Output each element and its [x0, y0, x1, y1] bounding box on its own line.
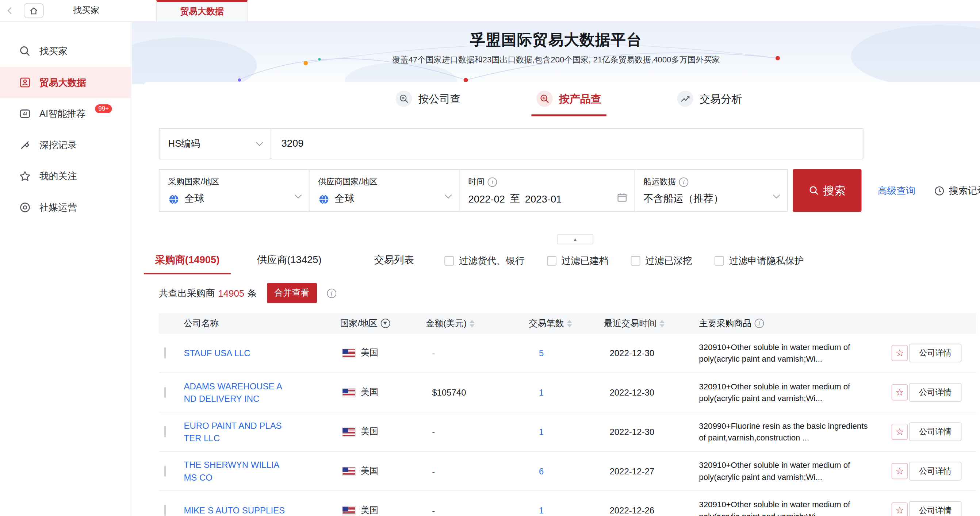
sidebar-item-label: 我的关注	[40, 170, 77, 183]
star-cell: ☆	[880, 424, 909, 440]
filter-row: 采购国家/地区 全球 供应商国家/地区	[159, 169, 980, 212]
info-icon[interactable]: i	[679, 177, 689, 186]
time-range-filter[interactable]: 时间 i 2022-02 至 2023-01	[460, 170, 635, 211]
company-detail-button[interactable]: 公司详情	[909, 422, 962, 441]
tab-suppliers[interactable]: 供应商(13425)	[246, 247, 332, 274]
checkbox-filter-forwarders-banks[interactable]: 过滤货代、银行	[444, 255, 524, 267]
country-label: 美国	[361, 387, 378, 398]
products-cell: 320910+Other soluble in water medium of …	[699, 341, 880, 365]
tab-search-by-product[interactable]: 按产品查	[531, 86, 606, 116]
search-button[interactable]: 搜索	[793, 169, 861, 212]
country-filter-icon[interactable]	[381, 319, 390, 328]
filter-checkbox-group: 过滤货代、银行 过滤已建档 过滤已深挖 过滤申请隐私保护	[444, 247, 804, 274]
checkbox[interactable]	[444, 256, 454, 265]
analysis-icon	[677, 90, 694, 107]
sidebar-item-label: 深挖记录	[40, 139, 77, 151]
row-checkbox-cell	[159, 348, 184, 358]
sidebar-item-trade-data[interactable]: 贸易大数据	[0, 67, 131, 98]
tab-trade-analysis[interactable]: 交易分析	[672, 86, 747, 116]
search-input[interactable]	[270, 128, 863, 159]
products-text: 320910+Other soluble in water medium of …	[699, 380, 876, 405]
favorite-button[interactable]: ☆	[892, 384, 908, 401]
buyer-country-filter[interactable]: 采购国家/地区 全球	[159, 170, 310, 211]
company-link[interactable]: THE SHERWYN WILLIAMS CO	[184, 460, 279, 483]
shipping-data-filter[interactable]: 船运数据 i 不含船运（推荐）	[635, 170, 787, 211]
sidebar-item-label: 找买家	[40, 45, 68, 57]
row-checkbox[interactable]	[164, 348, 165, 359]
table-row: MIKE S AUTO SUPPLIES 美国 - 1 2022-12-26 3…	[159, 491, 976, 516]
header-last-date: 最近交易时间	[604, 318, 699, 329]
app-root: 找买家 贸易大数据 找买家 贸易大数据 AI AI智能推荐 99+	[0, 0, 980, 516]
table-row: EURO PAINT AND PLASTER LLC 美国 - 1 2022-1…	[159, 412, 976, 452]
info-icon[interactable]: i	[755, 319, 764, 328]
tab-transactions[interactable]: 交易列表	[363, 247, 425, 274]
checkbox-filter-archived[interactable]: 过滤已建档	[547, 255, 608, 267]
company-cell: STAUF USA LLC	[184, 347, 340, 359]
search-card: 按公司查 按产品查 交易分析 HS编码	[144, 82, 980, 516]
collapse-panel-button[interactable]: ▲	[557, 234, 593, 244]
company-link[interactable]: EURO PAINT AND PLASTER LLC	[184, 421, 282, 443]
company-link[interactable]: STAUF USA LLC	[184, 348, 250, 357]
topbar-tab-find-buyer[interactable]: 找买家	[44, 0, 129, 21]
checkbox[interactable]	[547, 256, 557, 265]
back-button[interactable]	[0, 0, 20, 21]
deals-link[interactable]: 5	[539, 348, 544, 358]
company-detail-button[interactable]: 公司详情	[909, 383, 962, 402]
svg-text:AI: AI	[23, 111, 27, 116]
country-cell: 美国	[340, 505, 426, 516]
last-date-cell: 2022-12-30	[604, 348, 699, 358]
deals-link[interactable]: 1	[539, 387, 544, 397]
info-icon[interactable]: i	[488, 177, 497, 186]
time-to[interactable]: 2023-01	[525, 194, 562, 205]
checkbox[interactable]	[631, 256, 640, 265]
favorite-button[interactable]: ☆	[892, 424, 908, 440]
deals-link[interactable]: 6	[539, 466, 544, 476]
company-detail-button[interactable]: 公司详情	[909, 501, 962, 516]
time-from[interactable]: 2022-02	[468, 194, 505, 205]
checkbox-filter-deep-dug[interactable]: 过滤已深挖	[631, 255, 692, 267]
deals-link[interactable]: 1	[539, 505, 544, 515]
star-icon: ☆	[895, 466, 904, 477]
favorite-button[interactable]: ☆	[892, 502, 908, 516]
company-link[interactable]: ADAMS WAREHOUSE AND DELIVERY INC	[184, 381, 282, 403]
sidebar-item-ai-recommend[interactable]: AI AI智能推荐 99+	[0, 98, 131, 130]
checkbox[interactable]	[714, 256, 724, 265]
table-row: THE SHERWYN WILLIAMS CO 美国 - 6 2022-12-2…	[159, 452, 976, 491]
advanced-search-link[interactable]: 高级查询	[878, 169, 915, 212]
tab-search-by-company[interactable]: 按公司查	[391, 86, 466, 116]
company-search-icon	[396, 90, 412, 107]
search-history-link[interactable]: 搜索记录	[934, 169, 980, 212]
sidebar-item-dig-records[interactable]: 深挖记录	[0, 129, 131, 160]
checkbox-filter-privacy[interactable]: 过滤申请隐私保护	[714, 255, 804, 267]
supplier-country-filter[interactable]: 供应商国家/地区 全球	[310, 170, 460, 211]
favorite-button[interactable]: ☆	[892, 345, 908, 361]
search-type-select[interactable]: HS编码	[159, 128, 271, 159]
star-cell: ☆	[880, 502, 909, 516]
company-detail-button[interactable]: 公司详情	[909, 462, 962, 480]
row-checkbox[interactable]	[164, 505, 165, 516]
favorite-button[interactable]: ☆	[892, 463, 908, 479]
company-detail-button[interactable]: 公司详情	[909, 344, 962, 362]
info-icon[interactable]: i	[327, 288, 336, 298]
filter-value: 全球	[185, 192, 204, 205]
deals-link[interactable]: 1	[539, 427, 544, 437]
sidebar-item-find-buyer[interactable]: 找买家	[0, 36, 131, 67]
us-flag-icon	[342, 466, 356, 476]
sidebar-item-label: 社媒运营	[40, 202, 77, 213]
company-link[interactable]: MIKE S AUTO SUPPLIES	[184, 505, 285, 515]
table-row: STAUF USA LLC 美国 - 5 2022-12-30 320910+O…	[159, 333, 976, 373]
country-cell: 美国	[340, 348, 426, 359]
row-checkbox[interactable]	[164, 466, 165, 477]
sort-icon[interactable]	[567, 320, 572, 327]
sort-icon[interactable]	[469, 320, 475, 327]
sidebar-item-my-follows[interactable]: 我的关注	[0, 160, 131, 192]
notification-badge: 99+	[95, 104, 112, 113]
merge-view-button[interactable]: 合并查看	[267, 283, 317, 303]
sidebar-item-social-media[interactable]: 社媒运营	[0, 192, 131, 223]
home-button[interactable]	[24, 3, 44, 18]
tab-buyers[interactable]: 采购商(14905)	[144, 247, 231, 274]
row-checkbox[interactable]	[164, 387, 165, 398]
row-checkbox[interactable]	[164, 426, 165, 438]
topbar-tab-trade-data[interactable]: 贸易大数据	[156, 0, 248, 21]
sort-icon[interactable]	[659, 320, 665, 327]
